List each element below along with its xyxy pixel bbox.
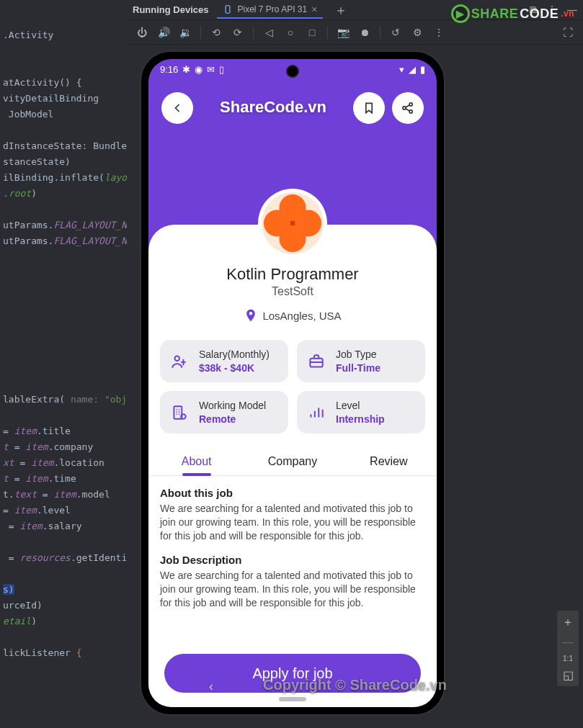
device-screen[interactable]: 9:16 ✱ ◉ ✉ ▯ ▾ ◢ ▮ [148, 59, 437, 707]
tab-about[interactable]: About [148, 446, 244, 475]
home-icon[interactable]: ○ [281, 23, 300, 42]
popout-icon[interactable]: ⧉ [530, 4, 537, 16]
svg-point-7 [181, 414, 185, 419]
app-header: ShareCode.vn [148, 79, 437, 187]
about-text: We are searching for a talented and moti… [160, 502, 425, 543]
nav-handle[interactable] [279, 697, 306, 701]
about-content: About this job We are searching for a ta… [148, 476, 437, 647]
zoom-controls: ＋ — 1:1 ◱ [557, 611, 579, 686]
jobtype-value: Full-Time [336, 362, 380, 374]
svg-point-4 [175, 356, 180, 361]
phone-icon [223, 4, 233, 14]
power-icon[interactable]: ⏻ [133, 23, 151, 42]
running-devices-panel: Running Devices Pixel 7 Pro API 31 × ＋ ⧉… [127, 0, 583, 728]
record-icon[interactable]: ⏺ [355, 23, 374, 42]
settings-icon[interactable]: ⚙ [408, 23, 427, 42]
rotate-left-icon[interactable]: ⟲ [207, 23, 226, 42]
message-status-icon: ✉ [207, 64, 215, 75]
description-heading: Job Description [160, 553, 425, 567]
job-location: LosAngles, USA [157, 307, 428, 324]
wifi-icon: ▾ [399, 64, 404, 75]
tab-review[interactable]: Review [341, 446, 437, 475]
about-heading: About this job [160, 486, 425, 500]
model-label: Working Model [199, 400, 266, 411]
volume-down-icon[interactable]: 🔉 [176, 23, 195, 42]
salary-label: Salary(Monthly) [199, 349, 270, 360]
location-pin-icon [244, 307, 258, 324]
reset-icon[interactable]: ↺ [386, 23, 405, 42]
level-icon [307, 403, 326, 422]
job-company: TestSoft [157, 285, 428, 298]
signal-icon: ◢ [409, 64, 416, 75]
camera-cutout [286, 65, 299, 78]
level-value: Internship [336, 413, 385, 425]
model-card: Working Model Remote [160, 391, 288, 433]
code-editor-fragment: .Activity atActivity() { vityDetailBindi… [0, 22, 130, 667]
salary-card: Salary(Monthly) $38k - $40K [160, 340, 288, 382]
minimize-icon[interactable]: — [567, 4, 577, 16]
salary-icon [170, 352, 189, 371]
jobtype-card: Job Type Full-Time [297, 340, 425, 382]
battery-icon: ▮ [420, 64, 425, 75]
share-icon [401, 101, 415, 115]
svg-rect-0 [226, 5, 231, 13]
more-actions-icon[interactable]: ⋮ [430, 23, 448, 42]
model-value: Remote [199, 413, 266, 425]
more-icon[interactable]: ⋮ [547, 4, 557, 16]
level-card: Level Internship [297, 391, 425, 433]
zoom-label: 1:1 [563, 655, 573, 662]
close-tab-icon[interactable]: × [311, 4, 317, 15]
bookmark-icon [362, 101, 376, 115]
avatar-art [262, 192, 324, 254]
job-title: Kotlin Programmer [157, 265, 428, 284]
device-frame: 9:16 ✱ ◉ ✉ ▯ ▾ ◢ ▮ [141, 52, 444, 714]
sd-status-icon: ▯ [219, 64, 224, 75]
overview-icon[interactable]: □ [303, 23, 321, 42]
back-icon[interactable]: ◁ [259, 23, 278, 42]
screenshot-icon[interactable]: 📷 [334, 23, 352, 42]
zoom-fit-button[interactable]: ◱ [563, 668, 574, 682]
shield-status-icon: ◉ [195, 64, 203, 75]
panel-titlebar: Running Devices Pixel 7 Pro API 31 × ＋ ⧉… [127, 0, 583, 20]
panel-title: Running Devices [133, 4, 208, 15]
apply-button[interactable]: Apply for job [164, 654, 421, 693]
company-avatar [258, 189, 327, 258]
rotate-right-icon[interactable]: ⟳ [228, 23, 247, 42]
tab-company[interactable]: Company [244, 446, 340, 475]
expand-icon[interactable]: ⛶ [558, 23, 577, 42]
emulator-toolbar: ⏻ 🔊 🔉 ⟲ ⟳ ◁ ○ □ 📷 ⏺ ↺ ⚙ ⋮ ⛶ [127, 20, 583, 45]
volume-up-icon[interactable]: 🔊 [154, 23, 173, 42]
bookmark-button[interactable] [353, 92, 385, 124]
salary-value: $38k - $40K [199, 362, 270, 374]
arrow-left-icon [170, 101, 184, 115]
level-label: Level [336, 400, 385, 411]
device-tab-label: Pixel 7 Pro API 31 [237, 4, 307, 14]
jobtype-label: Job Type [336, 349, 380, 360]
zoom-out-button[interactable]: — [562, 636, 574, 649]
settings-status-icon: ✱ [182, 64, 190, 75]
detail-tabs: About Company Review [148, 446, 437, 476]
zoom-in-button[interactable]: ＋ [562, 615, 574, 630]
app-title: ShareCode.vn [220, 98, 326, 117]
nav-back-gesture-icon: ‹ [209, 679, 213, 694]
device-tab[interactable]: Pixel 7 Pro API 31 × [217, 1, 323, 19]
briefcase-icon [307, 352, 326, 371]
share-button[interactable] [392, 92, 424, 124]
status-time: 9:16 [160, 64, 178, 75]
add-device-button[interactable]: ＋ [334, 1, 347, 19]
back-button[interactable] [161, 92, 193, 124]
building-icon [170, 403, 189, 422]
detail-sheet: Kotlin Programmer TestSoft LosAngles, US… [148, 225, 437, 707]
description-text: We are searching for a talented and moti… [160, 569, 425, 610]
